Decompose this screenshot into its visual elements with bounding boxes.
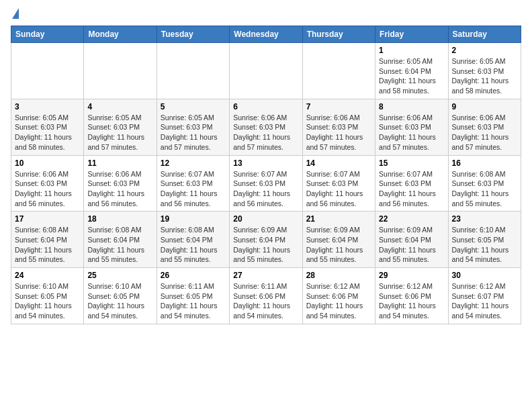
calendar-cell: 5Sunrise: 6:05 AM Sunset: 6:03 PM Daylig… <box>157 99 229 155</box>
day-number: 18 <box>87 214 152 224</box>
calendar-cell: 17Sunrise: 6:08 AM Sunset: 6:04 PM Dayli… <box>11 212 84 268</box>
day-info: Sunrise: 6:08 AM Sunset: 6:04 PM Dayligh… <box>87 225 152 265</box>
day-info: Sunrise: 6:07 AM Sunset: 6:03 PM Dayligh… <box>233 169 298 209</box>
day-number: 11 <box>87 158 152 168</box>
calendar-cell: 18Sunrise: 6:08 AM Sunset: 6:04 PM Dayli… <box>84 212 157 268</box>
day-info: Sunrise: 6:07 AM Sunset: 6:03 PM Dayligh… <box>379 169 444 209</box>
calendar-cell: 4Sunrise: 6:05 AM Sunset: 6:03 PM Daylig… <box>84 99 157 155</box>
calendar-cell: 11Sunrise: 6:06 AM Sunset: 6:03 PM Dayli… <box>84 155 157 212</box>
logo-triangle-icon <box>12 8 19 19</box>
day-number: 26 <box>161 271 226 280</box>
day-info: Sunrise: 6:06 AM Sunset: 6:03 PM Dayligh… <box>15 169 80 209</box>
day-number: 20 <box>233 214 298 224</box>
day-info: Sunrise: 6:05 AM Sunset: 6:04 PM Dayligh… <box>379 56 444 96</box>
day-number: 3 <box>15 102 80 111</box>
day-info: Sunrise: 6:12 AM Sunset: 6:06 PM Dayligh… <box>379 281 444 321</box>
calendar-cell: 25Sunrise: 6:10 AM Sunset: 6:05 PM Dayli… <box>84 268 157 324</box>
day-info: Sunrise: 6:06 AM Sunset: 6:03 PM Dayligh… <box>379 113 444 152</box>
day-of-week-header: Saturday <box>448 26 521 43</box>
day-number: 22 <box>379 214 444 224</box>
day-number: 17 <box>15 214 80 224</box>
day-info: Sunrise: 6:09 AM Sunset: 6:04 PM Dayligh… <box>233 225 298 265</box>
day-number: 9 <box>452 102 517 111</box>
calendar-week-row: 10Sunrise: 6:06 AM Sunset: 6:03 PM Dayli… <box>11 155 521 212</box>
day-number: 4 <box>87 102 152 111</box>
day-number: 1 <box>379 46 444 55</box>
day-info: Sunrise: 6:07 AM Sunset: 6:03 PM Dayligh… <box>161 169 226 209</box>
day-number: 29 <box>379 271 444 280</box>
day-number: 25 <box>87 271 152 280</box>
calendar-cell: 14Sunrise: 6:07 AM Sunset: 6:03 PM Dayli… <box>302 155 375 212</box>
day-info: Sunrise: 6:08 AM Sunset: 6:04 PM Dayligh… <box>161 225 226 265</box>
day-info: Sunrise: 6:12 AM Sunset: 6:06 PM Dayligh… <box>306 281 371 321</box>
day-number: 28 <box>306 271 371 280</box>
calendar-table: SundayMondayTuesdayWednesdayThursdayFrid… <box>11 26 521 324</box>
day-number: 5 <box>161 102 226 111</box>
calendar-cell <box>302 43 375 99</box>
calendar-cell: 12Sunrise: 6:07 AM Sunset: 6:03 PM Dayli… <box>157 155 229 212</box>
day-of-week-header: Friday <box>375 26 448 43</box>
day-number: 6 <box>233 102 298 111</box>
calendar-cell: 24Sunrise: 6:10 AM Sunset: 6:05 PM Dayli… <box>11 268 84 324</box>
day-number: 24 <box>15 271 80 280</box>
calendar-cell: 23Sunrise: 6:10 AM Sunset: 6:05 PM Dayli… <box>448 212 521 268</box>
day-info: Sunrise: 6:09 AM Sunset: 6:04 PM Dayligh… <box>379 225 444 265</box>
day-number: 2 <box>452 46 517 55</box>
calendar-week-row: 1Sunrise: 6:05 AM Sunset: 6:04 PM Daylig… <box>11 43 521 99</box>
day-info: Sunrise: 6:08 AM Sunset: 6:03 PM Dayligh… <box>452 169 517 209</box>
calendar-cell: 7Sunrise: 6:06 AM Sunset: 6:03 PM Daylig… <box>302 99 375 155</box>
calendar-cell: 3Sunrise: 6:05 AM Sunset: 6:03 PM Daylig… <box>11 99 84 155</box>
day-number: 10 <box>15 158 80 168</box>
day-number: 8 <box>379 102 444 111</box>
day-info: Sunrise: 6:12 AM Sunset: 6:07 PM Dayligh… <box>452 281 517 321</box>
day-info: Sunrise: 6:07 AM Sunset: 6:03 PM Dayligh… <box>306 169 371 209</box>
day-info: Sunrise: 6:05 AM Sunset: 6:03 PM Dayligh… <box>161 113 226 152</box>
calendar-cell: 28Sunrise: 6:12 AM Sunset: 6:06 PM Dayli… <box>302 268 375 324</box>
day-number: 30 <box>452 271 517 280</box>
calendar-cell: 9Sunrise: 6:06 AM Sunset: 6:03 PM Daylig… <box>448 99 521 155</box>
calendar-header-row: SundayMondayTuesdayWednesdayThursdayFrid… <box>11 26 521 43</box>
day-number: 12 <box>161 158 226 168</box>
day-info: Sunrise: 6:05 AM Sunset: 6:03 PM Dayligh… <box>15 113 80 152</box>
day-number: 19 <box>161 214 226 224</box>
calendar-cell: 20Sunrise: 6:09 AM Sunset: 6:04 PM Dayli… <box>230 212 302 268</box>
calendar-cell: 16Sunrise: 6:08 AM Sunset: 6:03 PM Dayli… <box>448 155 521 212</box>
day-info: Sunrise: 6:06 AM Sunset: 6:03 PM Dayligh… <box>87 169 152 209</box>
page-header <box>11 11 521 19</box>
day-of-week-header: Monday <box>84 26 157 43</box>
day-info: Sunrise: 6:11 AM Sunset: 6:05 PM Dayligh… <box>161 281 226 321</box>
calendar-cell: 10Sunrise: 6:06 AM Sunset: 6:03 PM Dayli… <box>11 155 84 212</box>
calendar-cell <box>157 43 229 99</box>
day-of-week-header: Sunday <box>11 26 84 43</box>
logo <box>11 11 19 19</box>
day-number: 7 <box>306 102 371 111</box>
calendar-cell: 21Sunrise: 6:09 AM Sunset: 6:04 PM Dayli… <box>302 212 375 268</box>
calendar-cell: 29Sunrise: 6:12 AM Sunset: 6:06 PM Dayli… <box>375 268 448 324</box>
day-info: Sunrise: 6:10 AM Sunset: 6:05 PM Dayligh… <box>15 281 80 321</box>
day-info: Sunrise: 6:10 AM Sunset: 6:05 PM Dayligh… <box>452 225 517 265</box>
calendar-cell: 8Sunrise: 6:06 AM Sunset: 6:03 PM Daylig… <box>375 99 448 155</box>
day-number: 15 <box>379 158 444 168</box>
day-info: Sunrise: 6:06 AM Sunset: 6:03 PM Dayligh… <box>306 113 371 152</box>
calendar-week-row: 17Sunrise: 6:08 AM Sunset: 6:04 PM Dayli… <box>11 212 521 268</box>
day-number: 16 <box>452 158 517 168</box>
day-info: Sunrise: 6:06 AM Sunset: 6:03 PM Dayligh… <box>452 113 517 152</box>
day-info: Sunrise: 6:09 AM Sunset: 6:04 PM Dayligh… <box>306 225 371 265</box>
day-info: Sunrise: 6:10 AM Sunset: 6:05 PM Dayligh… <box>87 281 152 321</box>
calendar-week-row: 3Sunrise: 6:05 AM Sunset: 6:03 PM Daylig… <box>11 99 521 155</box>
calendar-cell: 1Sunrise: 6:05 AM Sunset: 6:04 PM Daylig… <box>375 43 448 99</box>
calendar-cell <box>11 43 84 99</box>
calendar-cell: 27Sunrise: 6:11 AM Sunset: 6:06 PM Dayli… <box>230 268 302 324</box>
day-of-week-header: Thursday <box>302 26 375 43</box>
day-of-week-header: Wednesday <box>230 26 302 43</box>
day-info: Sunrise: 6:05 AM Sunset: 6:03 PM Dayligh… <box>452 56 517 96</box>
day-info: Sunrise: 6:08 AM Sunset: 6:04 PM Dayligh… <box>15 225 80 265</box>
day-info: Sunrise: 6:06 AM Sunset: 6:03 PM Dayligh… <box>233 113 298 152</box>
calendar-cell: 2Sunrise: 6:05 AM Sunset: 6:03 PM Daylig… <box>448 43 521 99</box>
calendar-cell: 26Sunrise: 6:11 AM Sunset: 6:05 PM Dayli… <box>157 268 229 324</box>
day-of-week-header: Tuesday <box>157 26 229 43</box>
calendar-cell: 6Sunrise: 6:06 AM Sunset: 6:03 PM Daylig… <box>230 99 302 155</box>
day-number: 27 <box>233 271 298 280</box>
calendar-cell: 15Sunrise: 6:07 AM Sunset: 6:03 PM Dayli… <box>375 155 448 212</box>
day-number: 14 <box>306 158 371 168</box>
